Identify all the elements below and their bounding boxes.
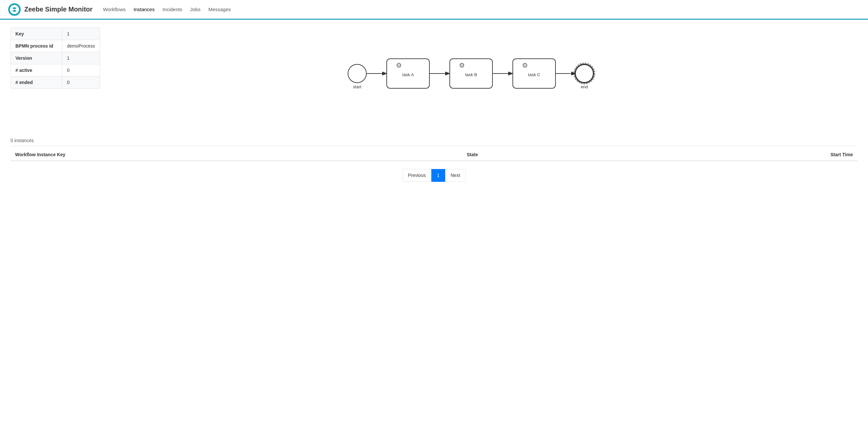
task-b-label: task B [465,72,477,77]
nav-jobs[interactable]: Jobs [190,5,200,13]
bpmn-diagram-svg: start ⚙ task A ⚙ task B [338,41,633,106]
info-value-0: 1 [62,28,100,40]
task-b-gear-icon: ⚙ [459,62,465,69]
info-label-1: BPMN process id [11,40,62,52]
nav-workflows[interactable]: Workflows [103,5,126,13]
instances-table: Workflow Instance Key State Start Time [10,149,858,161]
info-label-0: Key [11,28,62,40]
info-label-2: Version [11,52,62,64]
instances-section: 0 instances Workflow Instance Key State … [10,138,858,161]
col-state: State [462,149,618,161]
nav-messages[interactable]: Messages [209,5,231,13]
svg-point-10 [575,64,594,83]
info-value-2: 1 [62,52,100,64]
task-c-gear-icon: ⚙ [522,62,528,69]
brand-logo-icon [8,3,21,16]
task-a-gear-icon: ⚙ [396,62,402,69]
nav-links: Workflows Instances Incidents Jobs Messa… [103,5,231,13]
navbar: Zeebe Simple Monitor Workflows Instances… [0,0,868,20]
start-label: start [353,84,362,89]
app-name: Zeebe Simple Monitor [24,6,93,13]
task-c-label: task C [528,72,540,77]
col-workflow-instance-key: Workflow Instance Key [10,149,462,161]
info-value-1: demoProcess [62,40,100,52]
end-label: end [581,84,588,89]
instances-table-header: Workflow Instance Key State Start Time [10,149,858,161]
info-table: Key1BPMN process iddemoProcessVersion1# … [10,28,100,89]
info-label-3: # active [11,64,62,76]
info-value-4: 0 [62,76,100,89]
instances-count: 0 instances [10,138,858,146]
page-1-button[interactable]: 1 [431,169,445,182]
svg-point-1 [10,5,19,14]
brand: Zeebe Simple Monitor [8,3,93,16]
main-content: Key1BPMN process iddemoProcessVersion1# … [0,20,868,190]
info-value-3: 0 [62,64,100,76]
svg-point-2 [348,64,366,83]
previous-button[interactable]: Previous [402,169,431,182]
col-start-time: Start Time [618,149,858,161]
task-a-label: task A [402,72,414,77]
pagination: Previous 1 Next [10,169,858,182]
nav-instances[interactable]: Instances [134,5,155,13]
info-label-4: # ended [11,76,62,89]
nav-incidents[interactable]: Incidents [162,5,182,13]
workflow-diagram: start ⚙ task A ⚙ task B [113,28,858,120]
next-button[interactable]: Next [445,169,466,182]
